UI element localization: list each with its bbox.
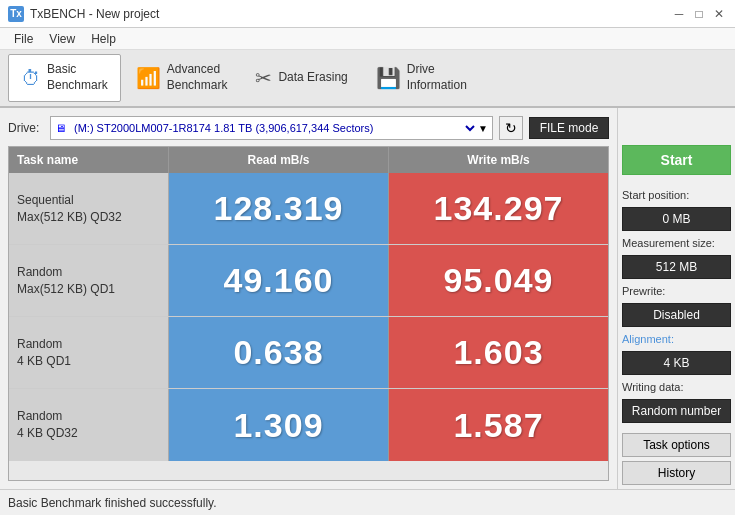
minimize-button[interactable]: ─ (671, 7, 687, 21)
toolbar: ⏱ BasicBenchmark 📶 AdvancedBenchmark ✂ D… (0, 50, 735, 108)
menu-help[interactable]: Help (85, 30, 122, 48)
toolbar-drive-information[interactable]: 💾 DriveInformation (363, 54, 480, 102)
toolbar-basic-benchmark[interactable]: ⏱ BasicBenchmark (8, 54, 121, 102)
menu-bar: File View Help (0, 28, 735, 50)
close-button[interactable]: ✕ (711, 7, 727, 21)
status-bar: Basic Benchmark finished successfully. (0, 489, 735, 515)
read-value-1: 49.160 (169, 245, 389, 316)
advanced-benchmark-icon: 📶 (136, 66, 161, 90)
read-value-2: 0.638 (169, 317, 389, 388)
title-controls: ─ □ ✕ (671, 7, 727, 21)
menu-file[interactable]: File (8, 30, 39, 48)
read-number-2: 0.638 (233, 333, 323, 372)
advanced-benchmark-label: AdvancedBenchmark (167, 62, 228, 93)
read-value-3: 1.309 (169, 389, 389, 461)
write-number-3: 1.587 (453, 406, 543, 445)
write-value-3: 1.587 (389, 389, 608, 461)
col-task-header: Task name (9, 147, 169, 173)
left-panel: Drive: 🖥 (M:) ST2000LM007-1R8174 1.81 TB… (0, 108, 617, 489)
read-number-1: 49.160 (224, 261, 334, 300)
title-bar: Tx TxBENCH - New project ─ □ ✕ (0, 0, 735, 28)
read-number-3: 1.309 (233, 406, 323, 445)
table-row: Random4 KB QD32 1.309 1.587 (9, 389, 608, 461)
col-read-header: Read mB/s (169, 147, 389, 173)
read-number-0: 128.319 (214, 189, 344, 228)
write-number-2: 1.603 (453, 333, 543, 372)
toolbar-data-erasing[interactable]: ✂ Data Erasing (242, 54, 360, 102)
measurement-size-value[interactable]: 512 MB (622, 255, 731, 279)
drive-row: Drive: 🖥 (M:) ST2000LM007-1R8174 1.81 TB… (8, 116, 609, 140)
drive-information-icon: 💾 (376, 66, 401, 90)
writing-data-value[interactable]: Random number (622, 399, 731, 423)
file-mode-button[interactable]: FILE mode (529, 117, 609, 139)
benchmark-table: Task name Read mB/s Write mB/s Sequentia… (8, 146, 609, 481)
table-row: SequentialMax(512 KB) QD32 128.319 134.2… (9, 173, 608, 245)
title-bar-left: Tx TxBENCH - New project (8, 6, 159, 22)
drive-dropdown[interactable]: (M:) ST2000LM007-1R8174 1.81 TB (3,906,6… (70, 117, 478, 139)
basic-benchmark-icon: ⏱ (21, 67, 41, 90)
dropdown-arrow-icon: ▼ (478, 123, 488, 134)
write-value-0: 134.297 (389, 173, 608, 244)
task-name-3: Random4 KB QD32 (9, 389, 169, 461)
history-button[interactable]: History (622, 461, 731, 485)
task-name-0: SequentialMax(512 KB) QD32 (9, 173, 169, 244)
table-header: Task name Read mB/s Write mB/s (9, 147, 608, 173)
drive-select-container[interactable]: 🖥 (M:) ST2000LM007-1R8174 1.81 TB (3,906… (50, 116, 493, 140)
write-number-0: 134.297 (434, 189, 564, 228)
main-area: Drive: 🖥 (M:) ST2000LM007-1R8174 1.81 TB… (0, 108, 735, 489)
table-row: RandomMax(512 KB) QD1 49.160 95.049 (9, 245, 608, 317)
task-options-button[interactable]: Task options (622, 433, 731, 457)
col-write-header: Write mB/s (389, 147, 608, 173)
start-position-value[interactable]: 0 MB (622, 207, 731, 231)
writing-data-label: Writing data: (622, 379, 731, 395)
menu-view[interactable]: View (43, 30, 81, 48)
drive-icon: 🖥 (55, 122, 66, 134)
basic-benchmark-label: BasicBenchmark (47, 62, 108, 93)
prewrite-value[interactable]: Disabled (622, 303, 731, 327)
alignment-label: Alignment: (622, 331, 731, 347)
status-text: Basic Benchmark finished successfully. (8, 496, 217, 510)
write-value-2: 1.603 (389, 317, 608, 388)
measurement-size-label: Measurement size: (622, 235, 731, 251)
maximize-button[interactable]: □ (691, 7, 707, 21)
read-value-0: 128.319 (169, 173, 389, 244)
alignment-value[interactable]: 4 KB (622, 351, 731, 375)
write-value-1: 95.049 (389, 245, 608, 316)
drive-information-label: DriveInformation (407, 62, 467, 93)
toolbar-advanced-benchmark[interactable]: 📶 AdvancedBenchmark (123, 54, 241, 102)
data-erasing-icon: ✂ (255, 66, 272, 90)
task-name-1: RandomMax(512 KB) QD1 (9, 245, 169, 316)
start-button[interactable]: Start (622, 145, 731, 175)
data-erasing-label: Data Erasing (278, 70, 347, 86)
task-name-2: Random4 KB QD1 (9, 317, 169, 388)
right-panel: Start Start position: 0 MB Measurement s… (617, 108, 735, 489)
start-position-label: Start position: (622, 187, 731, 203)
prewrite-label: Prewrite: (622, 283, 731, 299)
table-row: Random4 KB QD1 0.638 1.603 (9, 317, 608, 389)
write-number-1: 95.049 (444, 261, 554, 300)
drive-label: Drive: (8, 121, 44, 135)
refresh-button[interactable]: ↻ (499, 116, 523, 140)
window-title: TxBENCH - New project (30, 7, 159, 21)
app-icon: Tx (8, 6, 24, 22)
